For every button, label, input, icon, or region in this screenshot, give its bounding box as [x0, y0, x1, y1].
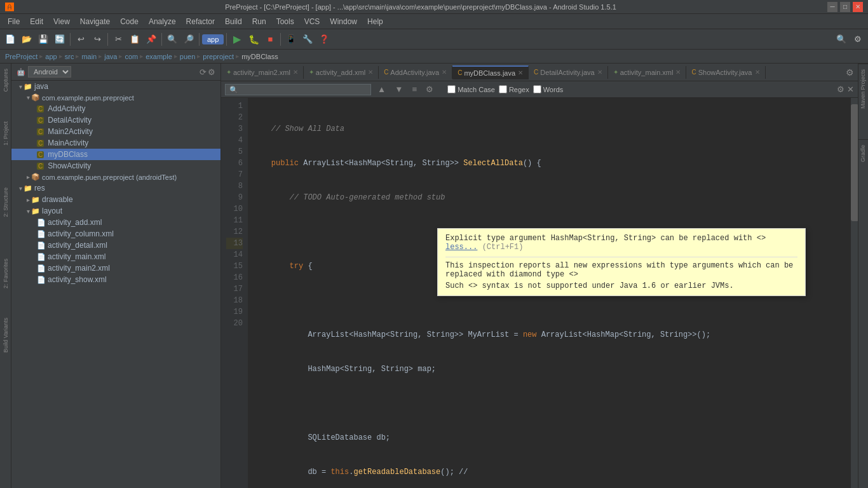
code-editor[interactable]: 1 2 3 4 5 6 7 8 9 10 11 12 13 14 15 16 1…	[221, 98, 858, 488]
bc-src[interactable]: src	[65, 53, 74, 60]
match-case-checkbox[interactable]: Match Case	[447, 85, 495, 93]
menu-edit[interactable]: Edit	[25, 16, 48, 27]
toolbar-undo[interactable]: ↩	[73, 32, 88, 47]
tree-androidtest[interactable]: ▸ 📦 com.example.puen.preproject (android…	[11, 172, 220, 182]
prev-search-btn[interactable]: ▲	[375, 83, 388, 95]
toolbar-cut[interactable]: ✂	[111, 32, 126, 47]
bc-com[interactable]: com	[125, 53, 138, 60]
project-view-dropdown[interactable]: Android Project	[28, 66, 71, 78]
menu-refactor[interactable]: Refactor	[181, 16, 220, 27]
menu-file[interactable]: File	[3, 16, 25, 27]
tab-mydbclass[interactable]: C myDBClass.java ✕	[452, 65, 529, 79]
captures-tab[interactable]: Captures	[1, 64, 10, 97]
project-tab[interactable]: 1: Project	[1, 116, 10, 151]
search-close-btn[interactable]: ✕	[847, 85, 854, 94]
arrow-drawable[interactable]: ▸	[27, 196, 30, 203]
settings-button[interactable]: ⚙	[850, 32, 865, 47]
tree-drawable[interactable]: ▸ 📁 drawable	[11, 194, 220, 205]
close-tab-mydbclass[interactable]: ✕	[518, 69, 523, 76]
close-tab-add[interactable]: ✕	[368, 69, 373, 76]
tree-activity-main-xml[interactable]: 📄 activity_main.xml	[11, 251, 220, 262]
sync-project-btn[interactable]: ⟳	[200, 67, 207, 77]
regex-check[interactable]	[499, 85, 507, 93]
favorites-tab[interactable]: 2: Favorites	[1, 254, 10, 294]
minimize-button[interactable]: ─	[827, 2, 837, 12]
tree-addactivity[interactable]: C AddActivity	[11, 103, 220, 114]
arrow-layout[interactable]: ▾	[27, 208, 30, 215]
menu-navigate[interactable]: Navigate	[75, 16, 115, 27]
next-search-btn[interactable]: ▼	[392, 83, 405, 95]
menu-build[interactable]: Build	[220, 16, 247, 27]
bc-preproject[interactable]: PreProject	[5, 53, 37, 60]
tab-settings-btn[interactable]: ⚙	[846, 67, 854, 78]
tree-activity-detail-xml[interactable]: 📄 activity_detail.xml	[11, 240, 220, 251]
search-settings-btn[interactable]: ⚙	[837, 85, 844, 94]
tab-detailactivity[interactable]: C DetailActivity.java ✕	[529, 66, 608, 79]
toolbar-find[interactable]: 🔍	[165, 32, 180, 47]
tree-main2activity[interactable]: C Main2Activity	[11, 126, 220, 137]
toolbar-new[interactable]: 📄	[3, 32, 18, 47]
menu-analyze[interactable]: Analyze	[144, 16, 181, 27]
gradle-tab[interactable]: Gradle	[858, 139, 868, 167]
close-tab-addactivity[interactable]: ✕	[442, 69, 447, 76]
match-case-check[interactable]	[447, 85, 456, 93]
words-check[interactable]	[533, 85, 541, 93]
menu-vcs[interactable]: VCS	[299, 16, 325, 27]
build-variants-tab[interactable]: Build Variants	[1, 313, 10, 358]
menu-help[interactable]: Help	[362, 16, 388, 27]
bc-app[interactable]: app	[45, 53, 57, 60]
tree-activity-main2-xml[interactable]: 📄 activity_main2.xml	[11, 262, 220, 274]
tree-activity-add-xml[interactable]: 📄 activity_add.xml	[11, 217, 220, 228]
arrow-com[interactable]: ▾	[27, 94, 30, 101]
search-options-btn[interactable]: ⚙	[423, 83, 436, 95]
tree-layout[interactable]: ▾ 📁 layout	[11, 205, 220, 217]
toolbar-paste[interactable]: 📌	[144, 32, 159, 47]
toolbar-copy[interactable]: 📋	[127, 32, 142, 47]
tree-activity-show-xml[interactable]: 📄 activity_show.xml	[11, 274, 220, 285]
close-tab-activity-main[interactable]: ✕	[675, 69, 681, 76]
close-tab-showactivity[interactable]: ✕	[755, 69, 760, 76]
regex-checkbox[interactable]: Regex	[499, 85, 529, 93]
app-selector[interactable]: app	[202, 34, 224, 44]
tree-java[interactable]: ▾ 📁 java	[11, 81, 220, 92]
sdk-button[interactable]: 🔧	[300, 32, 315, 47]
settings-project-btn[interactable]: ⚙	[208, 67, 215, 77]
toolbar-save[interactable]: 💾	[36, 32, 51, 47]
tab-activity-add[interactable]: ✦ activity_add.xml ✕	[304, 66, 379, 79]
stop-button[interactable]: ■	[262, 32, 278, 47]
search-input[interactable]	[225, 84, 371, 95]
toolbar-redo[interactable]: ↪	[90, 32, 105, 47]
avd-button[interactable]: 📱	[283, 32, 299, 47]
bc-main[interactable]: main	[81, 53, 97, 60]
words-checkbox[interactable]: Words	[533, 85, 564, 93]
close-tab-detailactivity[interactable]: ✕	[597, 69, 602, 76]
close-button[interactable]: ✕	[853, 2, 863, 12]
bc-java[interactable]: java	[104, 53, 117, 60]
toolbar-open[interactable]: 📂	[19, 32, 34, 47]
tree-mydbclass[interactable]: C myDBClass	[11, 149, 220, 160]
debug-button[interactable]: 🐛	[246, 32, 261, 47]
arrow-androidtest[interactable]: ▸	[27, 173, 30, 180]
tab-addactivity[interactable]: C AddActivity.java ✕	[379, 66, 452, 79]
maximize-button[interactable]: □	[840, 2, 850, 12]
toolbar-sync[interactable]: 🔄	[52, 32, 67, 47]
tree-com-package[interactable]: ▾ 📦 com.example.puen.preproject	[11, 92, 220, 103]
maven-projects-tab[interactable]: Maven Projects	[858, 64, 868, 114]
bc-preproject2[interactable]: preproject	[203, 53, 234, 60]
arrow-res[interactable]: ▾	[19, 185, 22, 192]
run-button[interactable]: ▶	[229, 32, 245, 47]
menu-window[interactable]: Window	[325, 16, 362, 27]
tab-showactivity[interactable]: C ShowActivity.java ✕	[686, 66, 765, 79]
tree-showactivity[interactable]: C ShowActivity	[11, 160, 220, 172]
tree-mainactivity[interactable]: C MainActivity	[11, 137, 220, 149]
tab-activity-main-xml[interactable]: ✦ activity_main.xml ✕	[608, 66, 687, 79]
menu-run[interactable]: Run	[247, 16, 271, 27]
bc-puen[interactable]: puen	[180, 53, 195, 60]
arrow-java[interactable]: ▾	[19, 83, 22, 90]
bc-example[interactable]: example	[146, 53, 172, 60]
structure-tab[interactable]: 2: Structure	[1, 182, 10, 222]
search-all-button[interactable]: 🔍	[834, 32, 849, 47]
tree-res[interactable]: ▾ 📁 res	[11, 182, 220, 194]
help-button[interactable]: ❓	[316, 32, 332, 47]
tree-detailactivity[interactable]: C DetailActivity	[11, 114, 220, 126]
